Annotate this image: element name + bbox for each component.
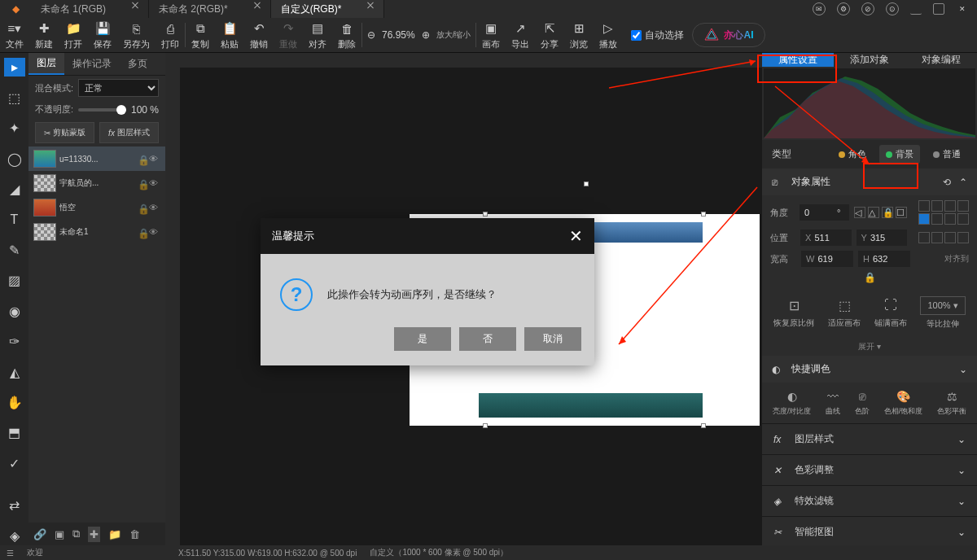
lock-icon[interactable]: 🔒 (138, 228, 146, 236)
no-button[interactable]: 否 (459, 327, 516, 351)
tab-layers[interactable]: 图层 (28, 53, 64, 75)
bucket-tool[interactable]: ◢ (4, 180, 25, 199)
x-input[interactable]: X (800, 230, 851, 246)
eye-icon[interactable]: 👁 (149, 178, 160, 188)
export-button[interactable]: ↗导出 (506, 18, 535, 52)
hand-tool[interactable]: ✋ (4, 393, 25, 412)
mail-icon[interactable]: ✉ (813, 2, 826, 15)
undo-button[interactable]: ↶撤销 (244, 18, 274, 52)
open-button[interactable]: 📁打开 (59, 18, 88, 52)
close-window-icon[interactable]: ✕ (956, 2, 969, 15)
accordion-filter[interactable]: ◈特效滤镜⌄ (762, 485, 977, 516)
gear-icon[interactable]: ⚙ (837, 2, 850, 15)
layer-item[interactable]: u=11330...🔒👁 (28, 147, 165, 171)
fit-canvas-button[interactable]: ⬚适应画布 (828, 296, 861, 330)
group-icon[interactable]: ⧉ (72, 527, 80, 540)
maximize-icon[interactable] (933, 3, 944, 15)
mask-icon[interactable]: ▣ (55, 528, 64, 540)
brush-tool[interactable]: ✎ (4, 241, 25, 260)
type-background[interactable]: 背景 (879, 145, 920, 164)
collapse-icon[interactable]: ⌃ (959, 177, 967, 188)
w-input[interactable]: W (801, 251, 853, 267)
zoom-in-icon[interactable]: ⊕ (422, 29, 430, 41)
copy-button[interactable]: ⧉复制 (186, 18, 215, 52)
brightness-button[interactable]: ◐亮度/对比度 (773, 389, 812, 417)
blend-select[interactable]: 正常 (78, 79, 159, 97)
text-tool[interactable]: T (4, 210, 25, 229)
tab-properties[interactable]: 属性设置 (762, 53, 834, 67)
balance-button[interactable]: ⚖色彩平衡 (937, 389, 966, 417)
lock-icon[interactable]: 🔒 (138, 155, 146, 163)
fill-canvas-button[interactable]: ⛶铺满画布 (874, 296, 907, 330)
eyedropper-tool[interactable]: ✓ (4, 454, 25, 473)
browse-button[interactable]: ⊞浏览 (564, 18, 594, 52)
hue-button[interactable]: 🎨色相/饱和度 (884, 389, 923, 417)
flip-v-icon[interactable]: △ (868, 207, 879, 218)
opacity-slider[interactable] (78, 108, 126, 112)
lock-icon[interactable]: 🔒 (138, 179, 146, 187)
canvas-button[interactable]: ▣画布 (476, 18, 506, 52)
cancel-button[interactable]: 取消 (524, 327, 581, 351)
delete-layer-icon[interactable]: 🗑 (129, 528, 140, 540)
clone-tool[interactable]: ◉ (4, 302, 25, 321)
marquee-tool[interactable]: ⬚ (4, 88, 25, 107)
file-menu[interactable]: ≡▾文件 (0, 18, 29, 52)
saveas-button[interactable]: ⎘另存为 (117, 18, 156, 52)
lock-icon[interactable]: 🔒 (882, 207, 893, 218)
pen-tool[interactable]: ✑ (4, 332, 25, 351)
eye-icon[interactable]: 👁 (149, 154, 160, 164)
link-layers-icon[interactable]: 🔗 (33, 528, 46, 540)
flip-h-icon[interactable]: ◁ (854, 207, 865, 218)
close-icon[interactable] (130, 5, 138, 13)
swap-colors-icon[interactable]: ⇄ (4, 496, 25, 514)
reset-icon[interactable]: ⟲ (943, 177, 951, 188)
share-button[interactable]: ⇱分享 (535, 18, 564, 52)
play-button[interactable]: ▷播放 (594, 18, 623, 52)
tab-add-object[interactable]: 添加对象 (834, 53, 905, 67)
collapse-icon[interactable]: ⌄ (959, 364, 967, 375)
tab-pages[interactable]: 多页 (120, 53, 156, 75)
crop-tool[interactable]: ⬒ (4, 423, 25, 442)
scale-select[interactable]: 100% ▾ (920, 296, 965, 315)
visible-icon[interactable]: ☐ (896, 207, 907, 218)
print-button[interactable]: ⎙打印 (156, 18, 185, 52)
doc-tab-0[interactable]: 未命名 1(RGB) (31, 0, 149, 18)
clip-mask-button[interactable]: ✂ 剪贴蒙版 (35, 122, 94, 143)
eye-icon[interactable]: 👁 (149, 203, 160, 212)
align-button[interactable]: ▤对齐 (303, 18, 332, 52)
paste-button[interactable]: 📋粘贴 (215, 18, 244, 52)
restore-ratio-button[interactable]: ⊡恢复原比例 (773, 296, 814, 330)
accordion-cutout[interactable]: ✂智能抠图⌄ (762, 516, 977, 547)
move-tool[interactable]: ▸ (4, 58, 25, 77)
new-button[interactable]: ✚新建 (29, 18, 59, 52)
eraser-tool[interactable]: ▨ (4, 271, 25, 290)
lock-icon[interactable]: 🔒 (138, 203, 146, 212)
ai-brand-button[interactable]: 亦心AI (692, 23, 765, 47)
minimize-icon[interactable] (910, 3, 922, 15)
eye-icon[interactable]: 👁 (149, 227, 160, 237)
layer-style-button[interactable]: fx 图层样式 (99, 122, 159, 143)
type-role[interactable]: 角色 (832, 145, 873, 164)
expand-toggle[interactable]: 展开 ▾ (762, 338, 977, 356)
accordion-layer-style[interactable]: fx图层样式⌄ (762, 423, 977, 454)
y-input[interactable]: Y (857, 230, 907, 246)
doc-tab-1[interactable]: 未命名 2(RGB)* (149, 0, 271, 18)
accordion-color-adjust[interactable]: ✕色彩调整⌄ (762, 454, 977, 485)
new-layer-icon[interactable]: ✚ (88, 527, 100, 542)
auto-select-checkbox[interactable] (631, 30, 642, 41)
layers-icon[interactable]: ◈ (4, 527, 25, 545)
dialog-close-icon[interactable]: ✕ (569, 226, 583, 246)
zoom-out-icon[interactable]: ⊖ (367, 29, 375, 41)
shape-tool[interactable]: ◭ (4, 362, 25, 381)
save-button[interactable]: 💾保存 (88, 18, 117, 52)
user-icon[interactable]: ⊙ (886, 2, 899, 15)
wand-tool[interactable]: ✦ (4, 119, 25, 138)
close-icon[interactable] (252, 5, 261, 13)
folder-icon[interactable]: 📁 (108, 528, 121, 540)
layer-item[interactable]: 悟空🔒👁 (28, 195, 165, 220)
lasso-tool[interactable]: ◯ (4, 149, 25, 168)
yes-button[interactable]: 是 (394, 327, 451, 351)
zoom-value[interactable]: 76.95% (382, 29, 415, 41)
type-normal[interactable]: 普通 (927, 145, 967, 164)
close-icon[interactable] (366, 5, 374, 13)
